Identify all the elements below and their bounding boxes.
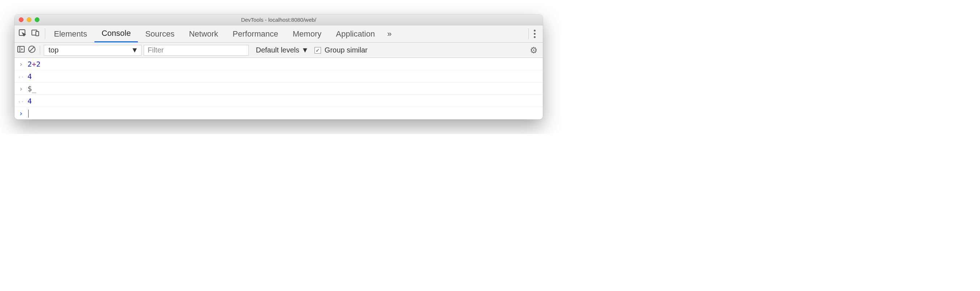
svg-line-7 (30, 47, 34, 51)
device-toolbar-icon[interactable] (31, 29, 40, 40)
token-num: 2 (27, 60, 32, 68)
tab-network[interactable]: Network (182, 25, 226, 42)
console-cell: $_ (25, 84, 36, 93)
console-row-input: ›$_ (14, 83, 543, 95)
devtools-menu-button[interactable] (530, 30, 539, 38)
console-body[interactable]: ›2+2‹·4›$_‹·4› (14, 58, 543, 119)
tab-elements[interactable]: Elements (47, 25, 94, 42)
console-toolbar: top ▼ Default levels ▼ ✓ Group similar ⚙ (14, 43, 543, 58)
devtools-window: DevTools - localhost:8080/web/ ElementsC… (14, 14, 543, 119)
dot-icon (534, 36, 536, 38)
token-var: $_ (27, 84, 36, 93)
svg-marker-5 (21, 48, 23, 50)
tab-label: Elements (54, 29, 87, 39)
context-selected-label: top (48, 46, 59, 54)
dot-icon (534, 30, 536, 32)
group-similar-label: Group similar (325, 46, 368, 54)
output-marker-icon: ‹· (17, 97, 25, 105)
devtools-tabstrip: ElementsConsoleSourcesNetworkPerformance… (14, 25, 543, 43)
text-cursor (28, 110, 29, 118)
execution-context-select[interactable]: top ▼ (44, 45, 142, 56)
tabstrip-right (523, 25, 543, 42)
console-filter-input[interactable] (144, 45, 249, 56)
tab-label: Performance (233, 29, 278, 39)
panel-tabs: ElementsConsoleSourcesNetworkPerformance… (47, 25, 382, 42)
inspect-element-icon[interactable] (18, 29, 27, 40)
token-num: 2 (36, 60, 41, 68)
dropdown-triangle-icon: ▼ (301, 46, 309, 54)
console-cell[interactable] (25, 109, 29, 118)
svg-rect-2 (36, 32, 39, 36)
clear-console-icon[interactable] (27, 45, 36, 56)
separator (45, 28, 45, 40)
tab-label: Console (102, 29, 131, 38)
console-cell: 4 (25, 97, 32, 105)
tab-sources[interactable]: Sources (138, 25, 182, 42)
separator (40, 46, 40, 55)
console-cell: 4 (25, 72, 32, 81)
separator (528, 28, 529, 40)
log-levels-select[interactable]: Default levels ▼ (251, 46, 309, 54)
tab-label: Sources (145, 29, 175, 39)
tab-label: Network (189, 29, 218, 39)
tabs-overflow-button[interactable]: » (382, 25, 395, 42)
inspect-tools (14, 25, 43, 42)
console-settings-button[interactable]: ⚙ (527, 45, 541, 56)
output-marker-icon: ‹· (17, 72, 25, 81)
tab-memory[interactable]: Memory (286, 25, 329, 42)
prompt-marker-icon: › (17, 109, 25, 118)
levels-label: Default levels (256, 46, 299, 54)
console-row-input: ›2+2 (14, 58, 543, 70)
input-marker-icon: › (17, 84, 25, 93)
show-console-sidebar-icon[interactable] (17, 45, 25, 56)
chevrons-right-icon: » (387, 29, 390, 39)
console-row-output: ‹·4 (14, 95, 543, 107)
window-titlebar: DevTools - localhost:8080/web/ (14, 14, 543, 25)
group-similar-checkbox[interactable]: ✓ (315, 47, 321, 54)
tab-console[interactable]: Console (94, 25, 138, 42)
window-title: DevTools - localhost:8080/web/ (14, 17, 543, 23)
dot-icon (534, 33, 536, 35)
console-row-output: ‹·4 (14, 70, 543, 83)
svg-rect-3 (18, 46, 24, 52)
input-marker-icon: › (17, 60, 25, 68)
tab-label: Application (336, 29, 375, 39)
console-cell: 2+2 (25, 60, 41, 68)
gear-icon: ⚙ (530, 45, 538, 55)
tab-performance[interactable]: Performance (226, 25, 286, 42)
tab-label: Memory (293, 29, 321, 39)
token-num: 4 (27, 72, 32, 81)
token-num: 4 (27, 97, 32, 105)
token-op: + (32, 60, 36, 68)
console-row-prompt: › (14, 107, 543, 119)
tab-application[interactable]: Application (329, 25, 382, 42)
dropdown-triangle-icon: ▼ (131, 46, 138, 54)
